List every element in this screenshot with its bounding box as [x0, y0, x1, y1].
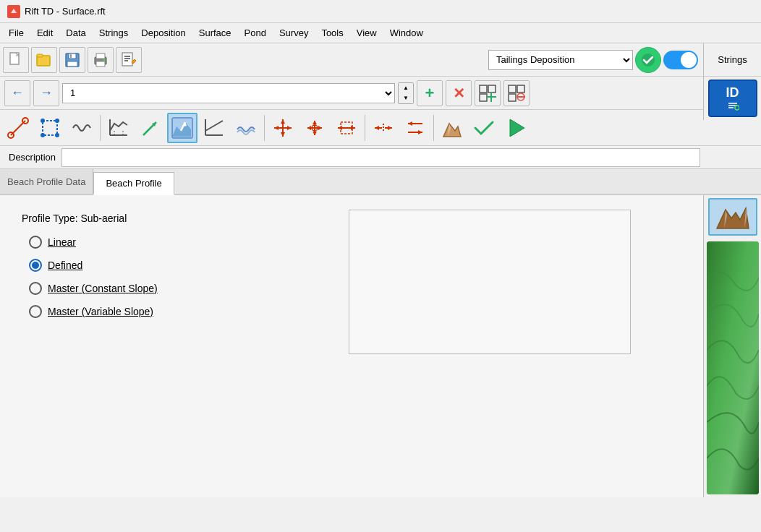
- toolbar-separator-4: [433, 115, 434, 141]
- svg-marker-66: [351, 126, 355, 130]
- svg-marker-59: [313, 121, 317, 124]
- menu-deposition[interactable]: Deposition: [135, 25, 191, 40]
- svg-marker-76: [418, 130, 422, 134]
- wave-button[interactable]: [67, 113, 97, 143]
- delete-button[interactable]: ✕: [446, 80, 472, 106]
- resize-button[interactable]: [331, 113, 362, 143]
- select-button[interactable]: [35, 113, 65, 143]
- menu-window[interactable]: Window: [384, 25, 429, 40]
- strings-label: Strings: [718, 54, 747, 65]
- edit-button[interactable]: [116, 47, 142, 73]
- toggle-switch[interactable]: [663, 51, 698, 69]
- strings-panel: Strings: [703, 43, 761, 77]
- toggle-knob: [681, 52, 697, 68]
- water-button[interactable]: [231, 113, 261, 143]
- menu-file[interactable]: File: [3, 25, 30, 40]
- svg-rect-9: [96, 53, 105, 59]
- svg-rect-3: [37, 54, 43, 57]
- tab-header: Beach Profile Data Beach Profile: [0, 169, 761, 195]
- beach-profile-data-label: Beach Profile Data: [0, 169, 93, 194]
- menu-view[interactable]: View: [351, 25, 383, 40]
- svg-rect-17: [480, 85, 487, 93]
- apply-check-button[interactable]: [469, 113, 499, 143]
- terrain-view-button[interactable]: [708, 198, 757, 236]
- radio-dot-defined: [32, 262, 39, 269]
- svg-rect-5: [69, 53, 76, 59]
- content-panel: Profile Type: Sub-aerial Linear Defined: [0, 195, 703, 497]
- menu-survey[interactable]: Survey: [273, 25, 314, 40]
- menu-tools[interactable]: Tools: [315, 25, 349, 40]
- open-button[interactable]: [31, 47, 57, 73]
- tab-beach-profile[interactable]: Beach Profile: [93, 172, 174, 195]
- forward-button[interactable]: →: [33, 80, 59, 106]
- svg-point-39: [55, 133, 59, 137]
- svg-rect-12: [122, 53, 132, 66]
- svg-point-36: [41, 119, 45, 123]
- svg-marker-61: [307, 126, 311, 130]
- line-node-button[interactable]: [3, 113, 33, 143]
- toolbar-separator-2: [264, 115, 265, 141]
- line-profile-button[interactable]: [199, 113, 229, 143]
- nav-toolbar: ← → 1 ▲ ▼ + ✕: [0, 77, 761, 110]
- svg-rect-24: [509, 94, 516, 101]
- svg-point-30: [735, 106, 739, 110]
- svg-marker-53: [281, 119, 285, 124]
- window-frame: Rift TD - Surface.rft File Edit Data Str…: [0, 0, 761, 532]
- description-label: Description: [3, 149, 61, 166]
- draw-button[interactable]: [135, 113, 166, 143]
- mountain-button[interactable]: [437, 113, 467, 143]
- svg-marker-77: [510, 119, 524, 137]
- back-button[interactable]: ←: [4, 80, 30, 106]
- svg-marker-55: [274, 126, 279, 130]
- grid-remove-button[interactable]: [503, 80, 530, 106]
- svg-rect-22: [509, 85, 516, 93]
- split-button[interactable]: [368, 113, 399, 143]
- nav-dropdown[interactable]: 1: [62, 83, 395, 103]
- menu-surface[interactable]: Surface: [193, 25, 237, 40]
- svg-rect-78: [707, 241, 759, 494]
- svg-rect-19: [480, 94, 487, 101]
- title-bar: Rift TD - Surface.rft: [0, 0, 761, 23]
- run-button[interactable]: [501, 113, 531, 143]
- main-area: Profile Type: Sub-aerial Linear Defined: [0, 195, 761, 497]
- terrain-profile-button[interactable]: [167, 113, 197, 143]
- spin-up-button[interactable]: ▲: [399, 83, 413, 93]
- menu-data[interactable]: Data: [60, 25, 91, 40]
- save-button[interactable]: [59, 47, 85, 73]
- print-button[interactable]: [88, 47, 114, 73]
- menu-edit[interactable]: Edit: [31, 25, 59, 40]
- svg-rect-7: [70, 54, 72, 58]
- profile-button[interactable]: [103, 113, 134, 143]
- radio-circle-defined: [29, 259, 42, 272]
- deposition-dropdown[interactable]: Tailings Deposition: [488, 50, 633, 70]
- window-title: Rift TD - Surface.rft: [25, 6, 106, 17]
- confirm-button[interactable]: [635, 47, 661, 73]
- svg-marker-75: [408, 121, 412, 126]
- spin-button-group: ▲ ▼: [398, 82, 414, 104]
- radio-label-linear: Linear: [48, 236, 76, 248]
- description-input[interactable]: [61, 148, 700, 167]
- id-button[interactable]: ID: [708, 80, 757, 117]
- svg-rect-35: [43, 121, 57, 135]
- menu-strings[interactable]: Strings: [93, 25, 134, 40]
- grid-add-button[interactable]: [475, 80, 501, 106]
- new-button[interactable]: [3, 47, 29, 73]
- flip-button[interactable]: [400, 113, 430, 143]
- svg-marker-70: [375, 126, 379, 130]
- menu-bar: File Edit Data Strings Deposition Surfac…: [0, 23, 761, 43]
- radio-label-defined: Defined: [48, 259, 82, 271]
- move-all-button[interactable]: [268, 113, 298, 143]
- menu-pond[interactable]: Pond: [239, 25, 272, 40]
- move-selected-button[interactable]: [299, 113, 330, 143]
- radio-circle-master-constant: [29, 282, 42, 295]
- data-box: [349, 210, 631, 354]
- svg-marker-62: [318, 126, 322, 130]
- toolbar-separator-1: [100, 115, 101, 141]
- radio-circle-linear: [29, 236, 42, 249]
- add-button[interactable]: +: [417, 80, 443, 106]
- radio-label-master-constant: Master (Constant Slope): [48, 283, 158, 294]
- svg-rect-23: [517, 85, 524, 93]
- spin-down-button[interactable]: ▼: [399, 93, 413, 103]
- toolbar-separator-3: [365, 115, 365, 141]
- svg-marker-54: [281, 132, 285, 137]
